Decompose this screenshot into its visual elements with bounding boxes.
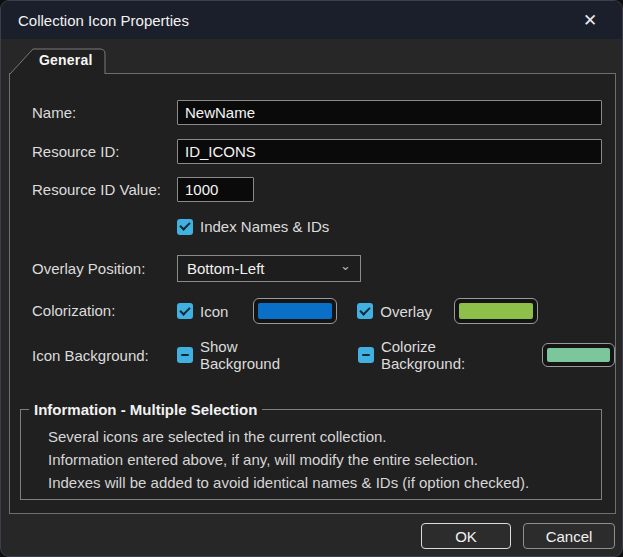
overlay-color-fill (459, 303, 533, 319)
name-input[interactable] (177, 100, 602, 125)
index-names-checkbox[interactable] (177, 219, 193, 235)
show-background-label: Show Background (200, 338, 321, 372)
information-line: Several icons are selected in the curren… (48, 425, 601, 448)
colorization-row: Icon Overlay (177, 298, 538, 324)
colorize-icon-checkbox[interactable] (177, 303, 193, 319)
tab-general[interactable]: General (9, 48, 109, 74)
colorize-background-checkbox[interactable] (358, 347, 374, 363)
tab-general-label: General (39, 52, 93, 68)
index-names-checkbox-row[interactable]: Index Names & IDs (177, 218, 329, 235)
ok-button[interactable]: OK (421, 523, 511, 549)
close-icon[interactable]: ✕ (570, 1, 610, 39)
information-group-title: Information - Multiple Selection (29, 401, 262, 418)
resource-id-input[interactable] (177, 139, 602, 164)
information-line: Indexes will be added to avoid identical… (48, 471, 601, 494)
overlay-position-dropdown[interactable]: Bottom-Left ⌄ (177, 255, 361, 282)
icon-color-fill (258, 303, 332, 319)
overlay-position-value: Bottom-Left (187, 260, 265, 277)
general-panel: Name: Resource ID: Resource ID Value: In… (9, 73, 616, 514)
chevron-down-icon: ⌄ (340, 261, 351, 271)
titlebar[interactable]: Collection Icon Properties ✕ (1, 1, 622, 39)
icon-color-swatch[interactable] (253, 298, 337, 324)
cancel-button[interactable]: Cancel (523, 523, 615, 549)
background-color-swatch[interactable] (542, 343, 615, 367)
icon-background-label: Icon Background: (32, 344, 149, 368)
index-names-label: Index Names & IDs (200, 218, 329, 235)
overlay-color-swatch[interactable] (454, 298, 538, 324)
colorize-overlay-label: Overlay (380, 303, 432, 320)
colorize-icon-label: Icon (200, 303, 228, 320)
icon-background-row: Show Background Colorize Background: (177, 343, 615, 367)
information-groupbox: Information - Multiple Selection Several… (20, 409, 602, 500)
information-line: Information entered above, if any, will … (48, 448, 601, 471)
window-title: Collection Icon Properties (1, 12, 189, 29)
colorization-label: Colorization: (32, 299, 115, 323)
collection-icon-properties-dialog: Collection Icon Properties ✕ General Nam… (0, 0, 623, 557)
show-background-checkbox[interactable] (177, 347, 193, 363)
name-label: Name: (32, 101, 76, 125)
resource-id-label: Resource ID: (32, 140, 120, 164)
resource-id-value-label: Resource ID Value: (32, 178, 161, 202)
information-lines: Several icons are selected in the curren… (21, 410, 601, 494)
colorize-overlay-checkbox[interactable] (357, 303, 373, 319)
background-color-fill (547, 348, 610, 362)
colorize-background-label: Colorize Background: (381, 338, 523, 372)
resource-id-value-input[interactable] (177, 177, 254, 202)
overlay-position-label: Overlay Position: (32, 257, 145, 281)
